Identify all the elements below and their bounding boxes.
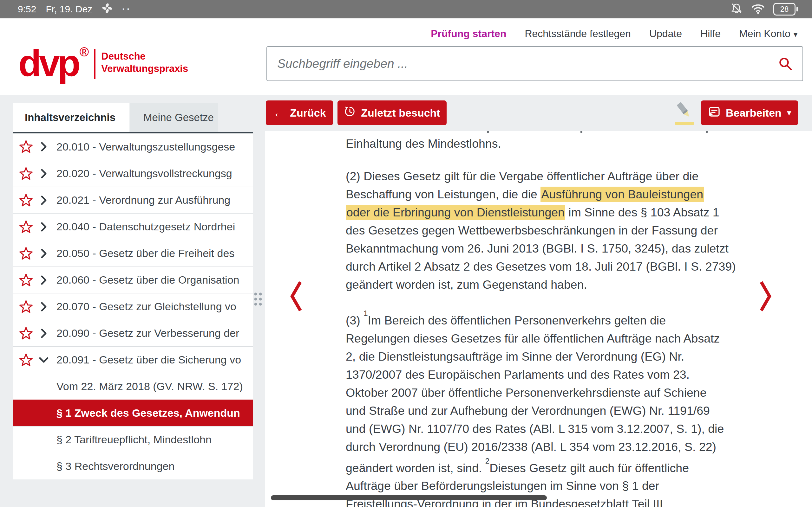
recently-visited-button[interactable]: Zuletzt besucht [338, 101, 447, 125]
highlighted-text: oder die Erbringung von Dienstleistungen [346, 205, 565, 220]
toc-row-label: § 3 Rechtsverordnungen [56, 460, 174, 472]
chevron-right-icon[interactable] [41, 275, 48, 285]
chevron-down-icon[interactable] [41, 355, 48, 365]
document-text: Einhaltung des Mindestlohns.(2) Dieses G… [346, 135, 736, 507]
registered-mark: ® [80, 45, 89, 59]
text-line: Bekanntmachung vom 26. Juni 2013 (BGBl. … [346, 239, 736, 258]
superscript: 1 [363, 309, 368, 318]
toc-row-label: Vom 22. März 2018 (GV. NRW. S. 172) [56, 380, 243, 393]
toc-row-label: 20.040 - Datenschutzgesetz Nordrhei [56, 221, 235, 233]
paragraph: (3) 1Im Bereich des öffentlichen Persone… [346, 308, 736, 507]
paragraph: Einhaltung des Mindestlohns. [346, 135, 736, 153]
text-line: durch Artikel 2 Absatz 2 des Gesetzes vo… [346, 258, 736, 276]
favorite-star-icon[interactable] [19, 220, 33, 234]
tab-inhaltsverzeichnis[interactable]: Inhaltsverzeichnis [13, 103, 130, 132]
toc-row[interactable]: 20.020 - Verwaltungsvollstreckungsg [13, 160, 253, 187]
vpn-pinwheel-icon [102, 3, 113, 16]
favorite-star-icon[interactable] [19, 193, 33, 207]
text-line: Regelungen dieses Gesetzes für alle öffe… [346, 330, 736, 348]
toc-row[interactable]: § 3 Rechtsverordnungen [13, 453, 253, 480]
tab-meine-gesetze[interactable]: Meine Gesetze [130, 103, 218, 132]
chevron-right-icon[interactable] [41, 328, 48, 338]
favorite-star-icon[interactable] [19, 140, 33, 154]
clipped-text-remnant [706, 131, 708, 133]
wifi-icon [751, 3, 765, 16]
chevron-right-icon[interactable] [41, 248, 48, 259]
toc-row[interactable]: 20.060 - Gesetz über die Organisation [13, 267, 253, 293]
favorite-star-icon[interactable] [19, 326, 33, 340]
text-line: und (EWG) Nr. 1107/70 des Rates (ABl. L … [346, 420, 736, 438]
horizontal-scrollbar[interactable] [271, 495, 547, 500]
toc-row[interactable]: 20.040 - Datenschutzgesetz Nordrhei [13, 213, 253, 240]
document-panel: Einhaltung des Mindestlohns.(2) Dieses G… [265, 131, 812, 507]
status-more-indicator: ·· [122, 4, 132, 14]
search-input[interactable] [276, 56, 778, 71]
nav-link-hilfe[interactable]: Hilfe [700, 28, 721, 40]
toc-row[interactable]: 20.050 - Gesetz über die Freiheit des [13, 240, 253, 267]
search-icon[interactable] [778, 56, 793, 71]
status-date: Fr, 19. Dez [46, 4, 92, 14]
text-line: geändert worden ist, sind. 2Dieses Geset… [346, 456, 736, 477]
toc-row-label: § 2 Tariftreuepflicht, Mindestlohn [56, 434, 212, 446]
nav-link-mein-konto[interactable]: Mein Konto▾ [739, 28, 798, 40]
favorite-star-icon[interactable] [19, 246, 33, 261]
nav-link-update[interactable]: Update [649, 28, 682, 40]
text-line: Beschaffung von Leistungen, die die Ausf… [346, 185, 736, 204]
battery-icon: 28 [773, 3, 798, 15]
app-screen: 9:52 Fr, 19. Dez ·· [0, 0, 812, 507]
search-bar[interactable] [266, 46, 803, 81]
back-button[interactable]: ← Zurück [266, 101, 333, 125]
favorite-star-icon[interactable] [19, 300, 33, 314]
toc-row[interactable]: Vom 22. März 2018 (GV. NRW. S. 172) [13, 373, 253, 400]
superscript: 2 [485, 457, 490, 465]
toc-row-label: 20.010 - Verwaltungszustellungsgese [56, 141, 235, 153]
history-icon [344, 106, 356, 120]
chevron-right-icon[interactable] [41, 222, 48, 232]
chevron-down-icon: ▾ [787, 108, 791, 117]
chevron-right-icon[interactable] [41, 302, 48, 312]
previous-page-chevron[interactable] [290, 280, 303, 312]
logo-subtitle: Deutsche Verwaltungspraxis [101, 50, 188, 75]
toc-row[interactable]: § 2 Tariftreuepflicht, Mindestlohn [13, 426, 253, 453]
text-line: durch Verordnung (EU) 2016/2338 (ABl. L … [346, 438, 736, 456]
text-line: Oktober 2007 über öffentliche Personenve… [346, 384, 736, 402]
dvp-logo[interactable]: dvp ® Deutsche Verwaltungspraxis [18, 44, 188, 82]
toc-row[interactable]: 20.091 - Gesetz über die Sicherung vo [13, 346, 253, 373]
app-header: dvp ® Deutsche Verwaltungspraxis Prüfung… [0, 18, 812, 95]
chevron-right-icon[interactable] [41, 142, 48, 152]
nav-link-pr-fung-starten[interactable]: Prüfung starten [431, 28, 506, 40]
toc-row-label: § 1 Zweck des Gesetzes, Anwendun [56, 407, 240, 419]
toc-row[interactable]: 20.070 - Gesetz zur Gleichstellung vo [13, 293, 253, 320]
logo-mark: dvp [18, 44, 78, 82]
sidebar-resize-grip[interactable] [253, 291, 263, 307]
toc-row-label: 20.050 - Gesetz über die Freiheit des [56, 247, 235, 260]
toc-row-label: 20.070 - Gesetz zur Gleichstellung vo [56, 300, 236, 313]
status-bar: 9:52 Fr, 19. Dez ·· [0, 0, 812, 18]
text-line: und Straße und zur Aufhebung der Verordn… [346, 402, 736, 420]
next-page-chevron[interactable] [759, 280, 772, 312]
chevron-down-icon: ▾ [794, 30, 798, 39]
toc-row[interactable]: 20.090 - Gesetz zur Verbesserung der [13, 320, 253, 346]
nav-link-rechtsst-nde-festlegen[interactable]: Rechtsstände festlegen [525, 28, 630, 40]
toc-row[interactable]: 20.021 - Verordnung zur Ausführung [13, 187, 253, 213]
toc-row[interactable]: 20.010 - Verwaltungszustellungsgese [13, 133, 253, 160]
logo-divider [94, 49, 96, 79]
toc-row-label: 20.090 - Gesetz zur Verbesserung der [56, 327, 239, 339]
favorite-star-icon[interactable] [19, 167, 33, 181]
text-line: oder die Erbringung von Dienstleistungen… [346, 204, 736, 222]
favorite-star-icon[interactable] [19, 353, 33, 367]
text-line: Aufträge über Beförderungsleistungen im … [346, 477, 736, 495]
toc-list: 20.010 - Verwaltungszustellungsgese20.02… [13, 133, 253, 480]
paragraph: (2) Dieses Gesetz gilt für die Vergabe ö… [346, 167, 736, 294]
text-line: (2) Dieses Gesetz gilt für die Vergabe ö… [346, 167, 736, 185]
text-line: Einhaltung des Mindestlohns. [346, 135, 736, 153]
toc-row[interactable]: § 1 Zweck des Gesetzes, Anwendun [13, 400, 253, 426]
back-arrow-icon: ← [273, 107, 285, 119]
chevron-right-icon[interactable] [41, 169, 48, 179]
status-time: 9:52 [18, 4, 36, 14]
text-line: 1370/2007 des Europäischen Parlaments un… [346, 366, 736, 384]
chevron-right-icon[interactable] [41, 195, 48, 205]
favorite-star-icon[interactable] [19, 273, 33, 287]
highlighter-icon[interactable] [673, 102, 697, 127]
edit-button[interactable]: Bearbeiten ▾ [701, 101, 798, 125]
